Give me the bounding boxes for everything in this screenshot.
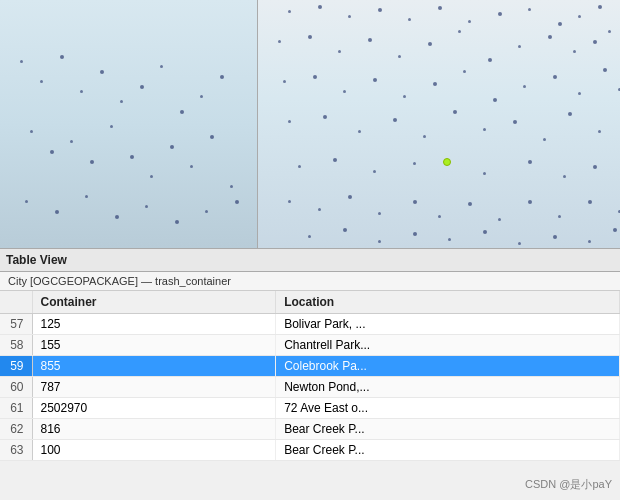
map-dot (70, 140, 73, 143)
map-dot (528, 200, 532, 204)
map-dot (313, 75, 317, 79)
row-container: 155 (32, 335, 276, 356)
map-dot (145, 205, 148, 208)
map-dot (298, 165, 301, 168)
table-header-row: Container Location (0, 291, 620, 314)
map-dot (30, 130, 33, 133)
map-dot (468, 20, 471, 23)
map-dot (378, 8, 382, 12)
map-dot (453, 110, 457, 114)
row-container: 100 (32, 440, 276, 461)
map-dot (130, 155, 134, 159)
map-dot (483, 128, 486, 131)
map-dot (448, 238, 451, 241)
map-dot (140, 85, 144, 89)
map-dot (80, 90, 83, 93)
table-row[interactable]: 58155Chantrell Park... (0, 335, 620, 356)
map-dot-highlight (443, 158, 451, 166)
map-dot (588, 240, 591, 243)
map-dot (523, 85, 526, 88)
map-dot (493, 98, 497, 102)
map-dot (603, 68, 607, 72)
map-dot (210, 135, 214, 139)
map-dot (578, 15, 581, 18)
map-dot (190, 165, 193, 168)
map-dot (338, 50, 341, 53)
row-location: Bolivar Park, ... (276, 314, 620, 335)
row-container: 2502970 (32, 398, 276, 419)
row-container: 787 (32, 377, 276, 398)
map-dot (368, 38, 372, 42)
map-container[interactable] (0, 0, 620, 248)
map-dot (343, 90, 346, 93)
map-dot (60, 55, 64, 59)
row-container: 816 (32, 419, 276, 440)
map-dot (528, 8, 531, 11)
map-dot (413, 232, 417, 236)
map-dot (378, 212, 381, 215)
table-row[interactable]: 63100Bear Creek P... (0, 440, 620, 461)
map-dot (318, 208, 321, 211)
map-dot (403, 95, 406, 98)
map-dot (428, 42, 432, 46)
map-dot (230, 185, 233, 188)
map-dot (288, 200, 291, 203)
row-number: 60 (0, 377, 32, 398)
table-row[interactable]: 57125Bolivar Park, ... (0, 314, 620, 335)
map-dot (613, 228, 617, 232)
map-dot (553, 75, 557, 79)
map-dot (573, 50, 576, 53)
map-dot (553, 235, 557, 239)
map-dot (398, 55, 401, 58)
map-dot (25, 200, 28, 203)
map-dot (468, 202, 472, 206)
table-wrapper[interactable]: Container Location 57125Bolivar Park, ..… (0, 291, 620, 461)
row-location: Bear Creek P... (276, 440, 620, 461)
map-dot (205, 210, 208, 213)
col-header-location: Location (276, 291, 620, 314)
map-right-panel[interactable] (258, 0, 620, 248)
map-left-panel[interactable] (0, 0, 258, 248)
map-dot (85, 195, 88, 198)
map-dot (40, 80, 43, 83)
col-header-num (0, 291, 32, 314)
map-dot (438, 6, 442, 10)
map-dot (55, 210, 59, 214)
map-dot (498, 218, 501, 221)
map-dot (528, 160, 532, 164)
map-dot (358, 130, 361, 133)
map-dot (150, 175, 153, 178)
table-row[interactable]: 61250297072 Ave East o... (0, 398, 620, 419)
map-dot (568, 112, 572, 116)
map-dot (160, 65, 163, 68)
map-dot (373, 170, 376, 173)
row-location: Chantrell Park... (276, 335, 620, 356)
row-number: 63 (0, 440, 32, 461)
map-dot (483, 230, 487, 234)
map-dot (373, 78, 377, 82)
map-dot (588, 200, 592, 204)
map-dot (318, 5, 322, 9)
table-row[interactable]: 59855Colebrook Pa... (0, 356, 620, 377)
table-view-header: Table View (0, 248, 620, 272)
table-view-title: Table View (6, 253, 67, 267)
map-dot (175, 220, 179, 224)
map-dot (608, 30, 611, 33)
row-location: Newton Pond,... (276, 377, 620, 398)
row-location: 72 Ave East o... (276, 398, 620, 419)
table-row[interactable]: 62816Bear Creek P... (0, 419, 620, 440)
map-dot (518, 242, 521, 245)
row-container: 855 (32, 356, 276, 377)
map-dot (50, 150, 54, 154)
row-location: Bear Creek P... (276, 419, 620, 440)
map-dot (20, 60, 23, 63)
app-container: Table View City [OGCGEOPACKAGE] — trash_… (0, 0, 620, 461)
map-dot (220, 75, 224, 79)
table-row[interactable]: 60787Newton Pond,... (0, 377, 620, 398)
map-dot (593, 165, 597, 169)
map-dot (100, 70, 104, 74)
map-dot (308, 235, 311, 238)
table-source-label: City [OGCGEOPACKAGE] — trash_container (8, 275, 231, 287)
map-dot (323, 115, 327, 119)
data-table: Container Location 57125Bolivar Park, ..… (0, 291, 620, 461)
